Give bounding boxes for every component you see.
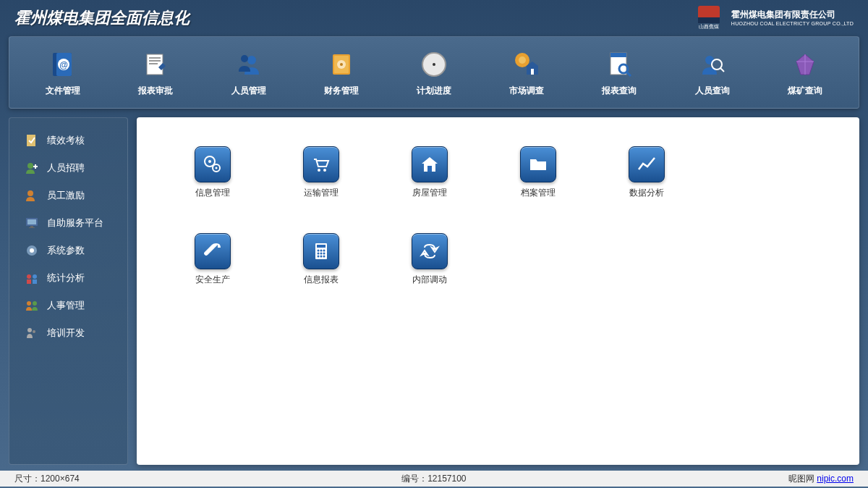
tile-label: 数据分析 [629,187,664,199]
app-title: 霍州煤电集团全面信息化 [14,7,190,29]
topnav-label: 文件管理 [46,85,80,97]
svg-point-17 [519,56,526,64]
gear-house-icon [511,49,542,80]
topnav-item-file-mgmt[interactable]: @ 文件管理 [17,49,109,97]
sidebar-item-selfservice[interactable]: 自助服务平台 [9,209,127,237]
svg-rect-37 [27,279,31,284]
folder-icon [520,146,556,182]
sidebar-label: 自助服务平台 [47,216,103,230]
svg-point-58 [318,256,320,258]
person-plus-icon [24,160,40,176]
topnav-item-report-query[interactable]: 报表查询 [573,49,665,97]
sidebar-item-performance[interactable]: 绩效考核 [9,127,127,154]
sidebar-item-statistics[interactable]: 统计分析 [9,264,127,292]
sidebar-item-hr[interactable]: 人事管理 [9,292,127,319]
svg-point-54 [323,250,326,252]
tile-transport-mgmt[interactable]: 运输管理 [267,146,375,233]
svg-point-15 [433,63,435,66]
wrench-icon [195,233,231,269]
main-area: 绩效考核 人员招聘 员工激励 自助服务平台 系统参数 统计分析 人事管理 培训 [9,117,859,465]
gear-icon [24,243,40,258]
svg-point-52 [318,250,320,252]
sidebar-label: 人员招聘 [47,161,85,174]
svg-point-44 [208,160,211,163]
svg-rect-38 [33,279,37,284]
svg-point-42 [33,330,35,333]
refresh-arrows-icon [412,233,448,269]
tile-label: 内部调动 [412,274,447,286]
svg-rect-30 [27,219,36,224]
logo-icon [698,6,720,23]
topnav-item-personnel-query[interactable]: 人员查询 [666,49,759,97]
tile-archive-mgmt[interactable]: 档案管理 [484,146,592,233]
tile-label: 信息管理 [195,187,230,199]
house-icon [412,146,448,182]
topnav-item-schedule[interactable]: 计划进度 [388,49,480,97]
svg-point-60 [323,256,326,258]
chart-people-icon [24,270,40,286]
svg-point-53 [320,250,323,252]
tile-housing-mgmt[interactable]: 房屋管理 [375,146,484,233]
tile-data-analysis[interactable]: 数据分析 [592,146,701,233]
content-panel: 信息管理 运输管理 房屋管理 档案管理 数据分析 安全生产 [137,117,859,465]
sidebar: 绩效考核 人员招聘 员工激励 自助服务平台 系统参数 统计分析 人事管理 培训 [9,117,128,465]
footer-id: 编号：12157100 [401,473,466,485]
topnav-item-report-approval[interactable]: 报表审批 [109,49,202,97]
svg-point-8 [247,56,256,64]
footer: 尺寸：868×488 编号：12157100 昵图网 nipic.com [0,471,868,487]
company-name-cn: 霍州煤电集团有限责任公司 [731,9,854,21]
clipboard-check-icon [24,132,40,148]
topnav-item-personnel-mgmt[interactable]: 人员管理 [202,49,294,97]
people-training-icon [24,325,40,341]
sidebar-item-training[interactable]: 培训开发 [9,319,127,347]
svg-text:@: @ [59,60,68,70]
sidebar-item-sysparams[interactable]: 系统参数 [9,237,127,264]
sidebar-item-incentive[interactable]: 员工激励 [9,182,127,209]
people-icon [233,49,265,80]
svg-line-25 [720,68,724,72]
topnav-item-mine-query[interactable]: 煤矿查询 [759,49,851,97]
topnav-label: 财务管理 [324,85,359,97]
tile-info-report[interactable]: 信息报表 [267,233,375,320]
sidebar-label: 培训开发 [47,327,85,340]
svg-point-46 [216,167,218,169]
svg-point-48 [323,169,326,172]
tile-internal-transfer[interactable]: 内部调动 [375,233,484,320]
tile-label: 安全生产 [195,274,230,286]
svg-point-57 [323,253,326,255]
svg-rect-31 [30,226,33,227]
top-navigation: @ 文件管理 报表审批 人员管理 财务管理 计划进度 市场调查 [9,36,859,109]
svg-point-40 [33,301,37,306]
svg-rect-20 [610,53,626,57]
person-search-icon [697,49,728,80]
topnav-label: 人员查询 [695,85,730,97]
tile-info-mgmt[interactable]: 信息管理 [158,146,267,233]
svg-rect-18 [531,69,534,75]
header-company: 山西焦煤 霍州煤电集团有限责任公司 HUOZHOU COAL ELECTRICT… [698,6,854,30]
svg-line-22 [626,72,631,76]
tile-grid: 信息管理 运输管理 房屋管理 档案管理 数据分析 安全生产 [158,146,838,320]
person-star-icon [24,188,40,203]
tile-safety[interactable]: 安全生产 [158,233,267,320]
crystal-icon [789,49,821,80]
document-pen-icon [140,49,171,80]
tile-label: 档案管理 [521,187,556,199]
chart-line-icon [629,146,665,182]
topnav-item-market-survey[interactable]: 市场调查 [480,49,573,97]
footer-link[interactable]: nipic.com [817,474,854,484]
topnav-label: 市场调查 [509,85,544,97]
svg-point-35 [27,274,31,279]
svg-point-34 [30,248,34,253]
svg-point-47 [318,169,320,172]
sidebar-label: 统计分析 [47,272,85,285]
topnav-item-finance-mgmt[interactable]: 财务管理 [295,49,388,97]
svg-point-41 [27,328,32,332]
svg-rect-51 [317,245,326,248]
sidebar-item-recruitment[interactable]: 人员招聘 [9,154,127,182]
compass-icon [418,49,450,80]
topnav-label: 人员管理 [231,85,266,97]
svg-rect-49 [427,166,432,172]
address-book-icon: @ [47,49,79,80]
company-name-en: HUOZHOU COAL ELECTRICTY GROUP CO.,LTD [731,20,854,27]
svg-point-55 [318,253,320,255]
